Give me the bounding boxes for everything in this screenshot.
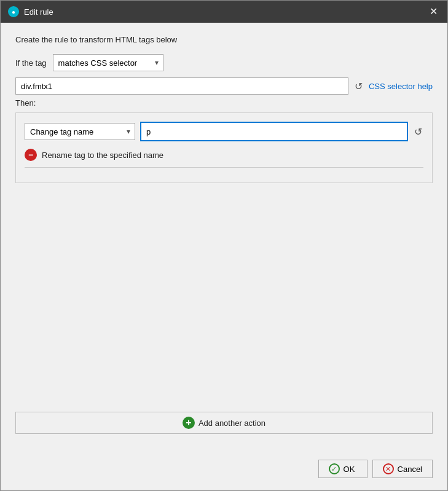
add-action-button[interactable]: + Add another action <box>15 412 433 434</box>
selector-input[interactable] <box>15 77 348 95</box>
rename-info-text: Rename tag to the specified name <box>42 151 163 160</box>
cancel-icon: ✕ <box>383 463 394 474</box>
edit-rule-dialog: ● Edit rule ✕ Create the rule to transfo… <box>0 0 448 491</box>
if-label: If the tag <box>15 58 47 68</box>
action-row: Change tag name Add attribute Remove att… <box>25 122 423 141</box>
cancel-button[interactable]: ✕ Cancel <box>372 460 433 478</box>
spacer <box>15 189 433 412</box>
footer-buttons: ✓ OK ✕ Cancel <box>1 455 447 490</box>
action-dropdown[interactable]: Change tag name Add attribute Remove att… <box>25 123 135 140</box>
then-label: Then: <box>15 98 433 108</box>
dialog-title: Edit rule <box>24 7 53 17</box>
description-text: Create the rule to transform HTML tags b… <box>15 35 433 44</box>
dialog-content: Create the rule to transform HTML tags b… <box>1 23 447 455</box>
action-input[interactable] <box>140 122 408 141</box>
title-bar-left: ● Edit rule <box>8 6 53 17</box>
separator <box>25 167 423 168</box>
rename-info-row: − Rename tag to the specified name <box>25 147 423 161</box>
then-section: Change tag name Add attribute Remove att… <box>15 112 433 183</box>
cancel-label: Cancel <box>398 465 422 474</box>
plus-icon: + <box>183 417 195 429</box>
condition-row: If the tag matches CSS selector contains… <box>15 54 433 71</box>
ok-icon: ✓ <box>329 463 340 474</box>
selector-input-row: ↺ CSS selector help <box>15 77 433 95</box>
css-help-link[interactable]: CSS selector help <box>369 82 433 91</box>
action-reset-button[interactable]: ↺ <box>413 125 423 139</box>
app-icon: ● <box>8 6 19 17</box>
selector-reset-button[interactable]: ↺ <box>353 79 364 93</box>
ok-button[interactable]: ✓ OK <box>318 460 367 478</box>
ok-label: OK <box>344 465 355 474</box>
condition-dropdown[interactable]: matches CSS selector contains text has a… <box>53 54 163 71</box>
remove-action-button[interactable]: − <box>25 149 37 161</box>
condition-dropdown-wrapper[interactable]: matches CSS selector contains text has a… <box>53 54 163 71</box>
close-button[interactable]: ✕ <box>427 7 440 17</box>
add-action-label: Add another action <box>198 418 265 428</box>
title-bar: ● Edit rule ✕ <box>1 1 447 23</box>
action-dropdown-wrapper[interactable]: Change tag name Add attribute Remove att… <box>25 123 135 140</box>
